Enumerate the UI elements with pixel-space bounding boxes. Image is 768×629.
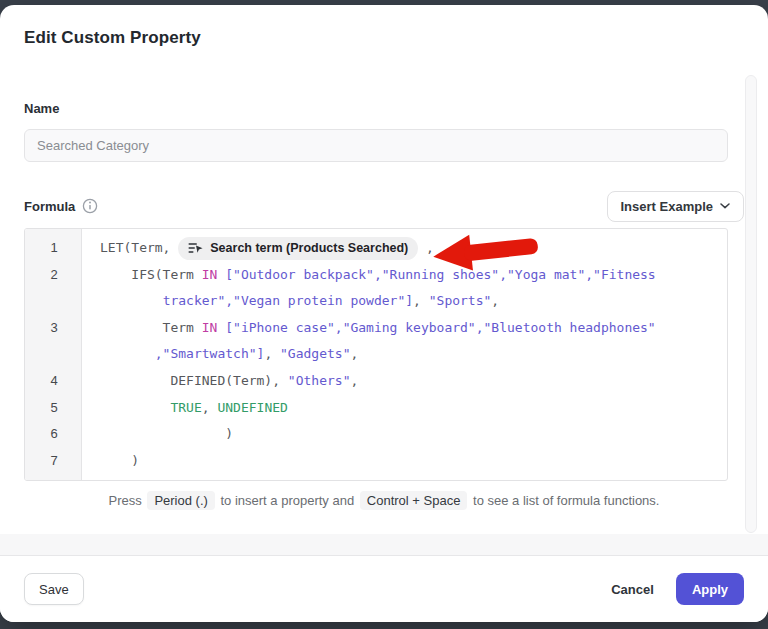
- code-row: DEFINED(Term), "Others",: [100, 368, 727, 395]
- code-line: 7 ): [25, 448, 727, 475]
- code-line: 5 TRUE, UNDEFINED: [25, 395, 727, 422]
- modal-scroll-area: Edit Custom Property Name Formula Insert…: [0, 5, 768, 534]
- code-row: TRUE, UNDEFINED: [100, 395, 727, 422]
- line-number: 2: [25, 262, 83, 315]
- code-row: tracker","Vegan protein powder"], "Sport…: [100, 288, 727, 315]
- code-token: tracker","Vegan protein powder"]: [163, 288, 413, 315]
- keyboard-hint: Press Period (.) to insert a property an…: [24, 493, 744, 508]
- code-token: [217, 315, 225, 342]
- code-token: LET(Term,: [100, 235, 178, 262]
- kbd-period: Period (.): [147, 491, 214, 510]
- code-token: "Gadgets": [280, 341, 350, 368]
- line-number: 4: [25, 368, 83, 395]
- scrollbar[interactable]: [745, 75, 757, 533]
- code-row: ,"Smartwatch"], "Gadgets",: [100, 341, 727, 368]
- content-footer-strip: [0, 534, 768, 556]
- code-row: Term IN ["iPhone case","Gaming keyboard"…: [100, 315, 727, 342]
- line-number: 7: [25, 448, 83, 475]
- code-row: ): [100, 448, 727, 475]
- modal-footer: Save Cancel Apply: [0, 556, 768, 622]
- code-line: 6 ): [25, 421, 727, 448]
- hint-middle: to insert a property and: [220, 493, 354, 508]
- code-row: ): [100, 421, 727, 448]
- code-token: "Sports": [429, 288, 492, 315]
- name-input[interactable]: [24, 129, 728, 162]
- code-token: ["iPhone case","Gaming keyboard","Blueto…: [225, 315, 655, 342]
- code-token: "Others": [288, 368, 351, 395]
- code-line: 2 IFS(Term IN ["Outdoor backpack","Runni…: [25, 262, 727, 315]
- name-label: Name: [24, 101, 744, 116]
- save-button[interactable]: Save: [24, 573, 84, 605]
- code-token: ,: [350, 368, 358, 395]
- code-token: ): [100, 448, 139, 475]
- code-token: [100, 395, 170, 422]
- property-chip-label: Search term (Products Searched): [210, 235, 408, 262]
- code-line: 3 Term IN ["iPhone case","Gaming keyboar…: [25, 315, 727, 368]
- code-token: ,: [202, 395, 218, 422]
- code-token: ,: [264, 341, 280, 368]
- code-lines: 1LET(Term, Search term (Products Searche…: [25, 229, 727, 474]
- formula-label: Formula: [24, 199, 75, 214]
- code-token: [100, 288, 163, 315]
- code-token: ,: [418, 235, 434, 262]
- code-line: 1LET(Term, Search term (Products Searche…: [25, 235, 727, 262]
- code-token: ,"Smartwatch"]: [155, 341, 265, 368]
- property-chip[interactable]: Search term (Products Searched): [178, 237, 418, 260]
- hint-suffix: to see a list of formula functions.: [473, 493, 659, 508]
- code-token: IN: [202, 315, 218, 342]
- code-token: [100, 341, 155, 368]
- line-number: 1: [25, 235, 83, 262]
- code-token: ): [100, 421, 233, 448]
- line-number: 6: [25, 421, 83, 448]
- code-token: ,: [413, 288, 429, 315]
- code-token: IN: [202, 262, 218, 289]
- code-token: [217, 262, 225, 289]
- line-number: 5: [25, 395, 83, 422]
- list-cursor-icon: [188, 241, 204, 255]
- code-line: 4 DEFINED(Term), "Others",: [25, 368, 727, 395]
- insert-example-button[interactable]: Insert Example: [607, 191, 745, 222]
- chevron-down-icon: [720, 203, 730, 209]
- code-row: IFS(Term IN ["Outdoor backpack","Running…: [100, 262, 727, 289]
- kbd-control-space: Control + Space: [360, 491, 468, 510]
- edit-custom-property-modal: Edit Custom Property Name Formula Insert…: [0, 5, 768, 622]
- code-token: ,: [491, 288, 499, 315]
- insert-example-label: Insert Example: [621, 199, 714, 214]
- code-token: ,: [350, 341, 358, 368]
- code-row: LET(Term, Search term (Products Searched…: [100, 235, 727, 262]
- formula-editor[interactable]: 1LET(Term, Search term (Products Searche…: [24, 228, 728, 481]
- apply-button[interactable]: Apply: [676, 573, 744, 605]
- code-token: DEFINED(Term),: [100, 368, 288, 395]
- info-icon[interactable]: [82, 198, 98, 214]
- hint-prefix: Press: [109, 493, 142, 508]
- page-title: Edit Custom Property: [24, 28, 744, 48]
- cancel-button[interactable]: Cancel: [611, 582, 654, 597]
- line-number: 3: [25, 315, 83, 368]
- code-token: IFS(Term: [100, 262, 202, 289]
- code-token: UNDEFINED: [217, 395, 287, 422]
- code-token: Term: [100, 315, 202, 342]
- code-token: TRUE: [170, 395, 201, 422]
- code-token: ["Outdoor backpack","Running shoes","Yog…: [225, 262, 655, 289]
